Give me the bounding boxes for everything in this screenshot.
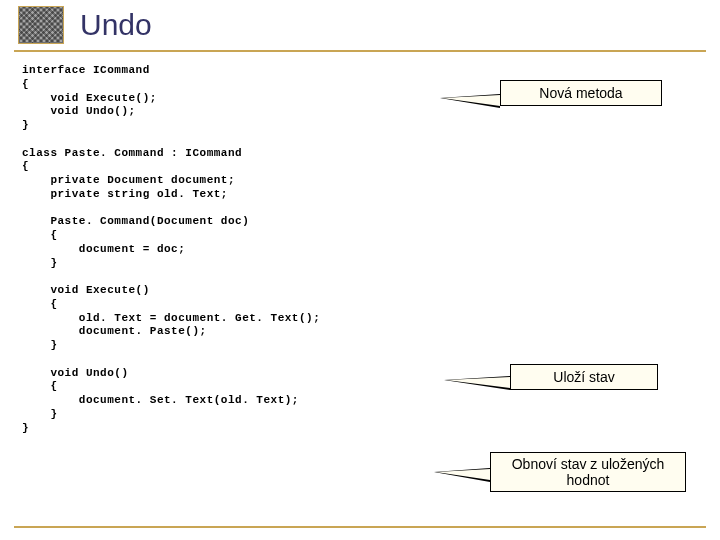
code-line: {	[22, 78, 29, 90]
logo-image	[18, 6, 64, 44]
code-line: }	[22, 422, 29, 434]
code-line: document = doc;	[22, 243, 185, 255]
code-line: Paste. Command(Document doc)	[22, 215, 249, 227]
code-line: void Execute();	[22, 92, 157, 104]
code-line: private string old. Text;	[22, 188, 228, 200]
code-line: private Document document;	[22, 174, 235, 186]
code-line: {	[22, 380, 58, 392]
callout-save-state: Uloží stav	[510, 364, 658, 390]
code-line: {	[22, 229, 58, 241]
code-line: }	[22, 119, 29, 131]
code-line: }	[22, 408, 58, 420]
slide-title: Undo	[80, 8, 152, 42]
code-line: {	[22, 298, 58, 310]
code-line: {	[22, 160, 29, 172]
code-line: document. Set. Text(old. Text);	[22, 394, 299, 406]
code-line: void Execute()	[22, 284, 150, 296]
code-line: void Undo()	[22, 367, 129, 379]
slide-content: interface ICommand { void Execute(); voi…	[0, 52, 720, 435]
code-line: }	[22, 339, 58, 351]
code-line: interface ICommand	[22, 64, 150, 76]
callout-restore-state: Obnoví stav z uložených hodnot	[490, 452, 686, 492]
footer-rule	[14, 526, 706, 528]
code-line: document. Paste();	[22, 325, 207, 337]
code-line: class Paste. Command : ICommand	[22, 147, 242, 159]
code-line: }	[22, 257, 58, 269]
slide-header: Undo	[0, 0, 720, 48]
code-line: old. Text = document. Get. Text();	[22, 312, 320, 324]
callout-new-method: Nová metoda	[500, 80, 662, 106]
code-line: void Undo();	[22, 105, 136, 117]
